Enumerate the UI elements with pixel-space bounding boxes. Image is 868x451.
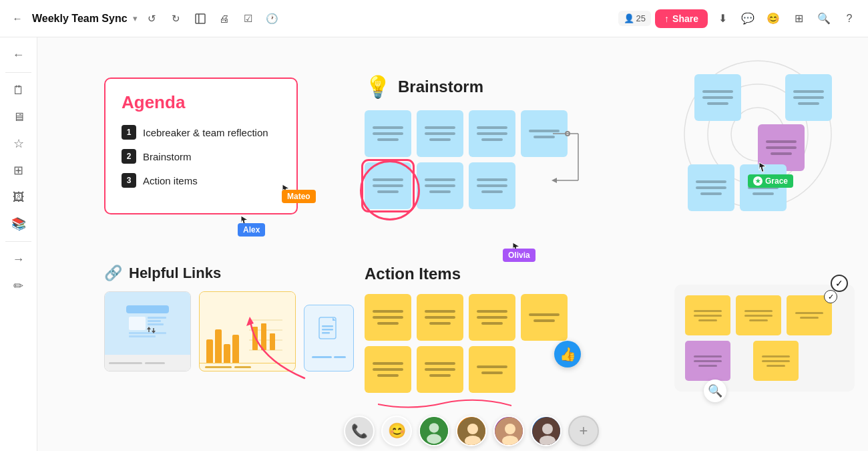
sticky-check-badge: ✓ (824, 290, 837, 303)
zoomed-sticky-3[interactable]: ✓ (787, 295, 832, 335)
action-sticky-7[interactable] (469, 346, 515, 393)
clock-icon[interactable]: 🕐 (263, 9, 282, 28)
spiral-sticky-1[interactable] (694, 74, 741, 121)
print-icon[interactable]: 🖨 (215, 9, 234, 28)
share-arrow-icon: ↑ (664, 13, 669, 24)
agenda-item-1: 1 Icebreaker & team reflection (122, 125, 280, 140)
redo-icon[interactable]: ↻ (167, 9, 186, 28)
sidebar-item-screen[interactable]: 🖥 (7, 105, 31, 129)
zoomed-sticky-4[interactable] (753, 341, 799, 381)
users-badge[interactable]: 👤 25 (618, 11, 651, 26)
zoomed-sticky-2[interactable] (736, 295, 781, 335)
sidebar-item-export[interactable]: → (7, 247, 31, 271)
spiral-stickies-bottom (688, 164, 787, 211)
card-footer-1 (105, 355, 190, 371)
zoomed-sticky-purple[interactable] (685, 341, 730, 381)
help-icon[interactable]: ? (839, 8, 860, 29)
brainstorm-sticky-grid (365, 110, 568, 209)
sidebar-item-image[interactable]: 🖼 (7, 185, 31, 209)
svg-rect-10 (126, 305, 169, 313)
helpful-section: 🔗 Helpful Links (104, 265, 354, 371)
sticky-4[interactable] (521, 110, 568, 157)
card-chart-area (200, 292, 295, 363)
spiral-sticky-3[interactable] (688, 164, 734, 211)
spiral-area: ★ Grace (661, 57, 855, 214)
zoom-in-icon[interactable]: 🔍 (813, 8, 835, 29)
sidebar: ← 🗒 🖥 ☆ ⊞ 🖼 📚 → ✏ (0, 37, 37, 451)
lightbulb-icon: 💡 (365, 74, 391, 100)
sidebar-item-layers[interactable]: 📚 (7, 212, 31, 236)
avatar-1[interactable] (419, 416, 449, 446)
sticky-6[interactable] (417, 162, 463, 209)
helpful-links-title-text: Helpful Links (129, 265, 221, 282)
action-sticky-3[interactable] (469, 294, 515, 341)
brainstorm-title-text: Brainstorm (398, 78, 483, 96)
cursor-mateo-arrow (281, 183, 290, 198)
zoomed-sticky-1[interactable] (685, 295, 730, 335)
action-items-title-text: Action Items (365, 265, 461, 283)
canvas: Agenda 1 Icebreaker & team reflection 2 … (37, 37, 868, 451)
avatar-2[interactable] (456, 416, 487, 446)
action-items-title: Action Items (365, 265, 568, 283)
share-label: Share (672, 13, 698, 24)
svg-rect-0 (196, 14, 205, 23)
sidebar-item-pen[interactable]: ✏ (7, 274, 31, 298)
sidebar-item-note[interactable]: 🗒 (7, 78, 31, 102)
svg-rect-1 (198, 14, 200, 23)
action-sticky-2[interactable] (417, 294, 463, 341)
agenda-item-2: 2 Brainstorm (122, 149, 280, 164)
link-card-chart[interactable] (199, 291, 296, 371)
bottom-emoji-button[interactable]: 😊 (381, 416, 412, 446)
frame-icon[interactable] (191, 9, 210, 28)
sidebar-item-grid[interactable]: ⊞ (7, 158, 31, 182)
svg-rect-31 (322, 332, 330, 334)
sticky-7[interactable] (469, 162, 515, 209)
spiral-stickies-top (694, 74, 832, 121)
action-sticky-5[interactable] (365, 346, 411, 393)
comment-icon[interactable]: 💬 (737, 8, 758, 29)
link-icon: 🔗 (104, 265, 122, 282)
users-count: 25 (636, 13, 646, 23)
download-icon[interactable]: ⬇ (712, 8, 733, 29)
avatar-3[interactable] (493, 416, 524, 446)
topbar-left: ← Weekly Team Sync ▾ ↺ ↻ 🖨 ☑ 🕐 (8, 9, 282, 28)
board-icon[interactable]: ⊞ (788, 8, 809, 29)
sticky-1[interactable] (365, 110, 411, 157)
svg-point-43 (542, 424, 553, 434)
svg-point-35 (427, 434, 441, 444)
bottom-phone-button[interactable]: 📞 (344, 416, 375, 446)
sticky-2[interactable] (417, 110, 463, 157)
link-cards (104, 291, 354, 371)
svg-point-44 (539, 436, 556, 446)
link-card-doc[interactable] (304, 305, 354, 371)
sticky-3[interactable] (469, 110, 515, 157)
zoomed-panel: ✓ ✓ 🔍 (674, 285, 855, 392)
sidebar-item-back[interactable]: ← (7, 43, 31, 67)
sticky-empty (521, 162, 568, 209)
thumbs-up-icon: 👍 (554, 341, 581, 367)
card-footer-2 (200, 363, 295, 371)
add-participant-button[interactable]: + (568, 416, 599, 446)
agenda-title: Agenda (122, 92, 280, 113)
back-icon[interactable]: ← (8, 9, 27, 28)
sticky-5-highlighted[interactable] (365, 162, 411, 209)
action-sticky-1[interactable] (365, 294, 411, 341)
action-sticky-6[interactable] (417, 346, 463, 393)
svg-point-38 (465, 436, 481, 446)
agenda-card: Agenda 1 Icebreaker & team reflection 2 … (104, 78, 298, 214)
check-icon[interactable]: ☑ (239, 9, 258, 28)
link-card-webpage[interactable] (104, 291, 191, 371)
reactions-icon[interactable]: 😊 (763, 8, 784, 29)
zoom-magnifier-icon[interactable]: 🔍 (704, 380, 726, 402)
action-sticky-4[interactable] (521, 294, 568, 341)
action-section: Action Items 👍 (365, 265, 568, 393)
sidebar-item-star[interactable]: ☆ (7, 132, 31, 156)
spiral-sticky-2[interactable] (785, 74, 832, 121)
undo-icon[interactable]: ↺ (143, 9, 162, 28)
title-dropdown-icon[interactable]: ▾ (133, 13, 138, 23)
page-title[interactable]: Weekly Team Sync (32, 13, 128, 25)
svg-rect-14 (148, 317, 166, 319)
share-button[interactable]: ↑ Share (655, 9, 708, 28)
avatar-4[interactable] (531, 416, 562, 446)
svg-point-40 (505, 424, 515, 434)
